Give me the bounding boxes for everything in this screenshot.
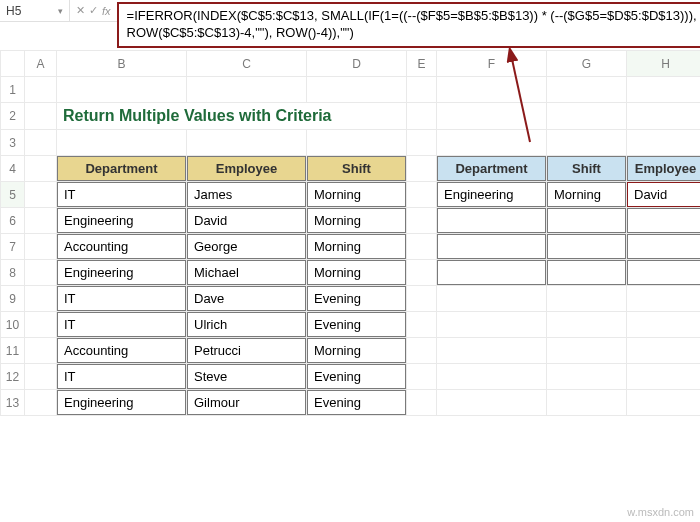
- cell[interactable]: [627, 234, 700, 259]
- row-header[interactable]: 12: [1, 364, 25, 390]
- table1-header: Department: [57, 156, 186, 181]
- row-header[interactable]: 7: [1, 234, 25, 260]
- cell[interactable]: George: [187, 234, 306, 259]
- cell[interactable]: Evening: [307, 364, 406, 389]
- row-header[interactable]: 1: [1, 77, 25, 103]
- cell[interactable]: Accounting: [57, 338, 186, 363]
- row-header[interactable]: 10: [1, 312, 25, 338]
- cell[interactable]: David: [187, 208, 306, 233]
- cell[interactable]: James: [187, 182, 306, 207]
- row-header[interactable]: 6: [1, 208, 25, 234]
- col-header[interactable]: F: [437, 51, 547, 77]
- check-icon[interactable]: ✓: [89, 4, 98, 17]
- col-header[interactable]: C: [187, 51, 307, 77]
- cell[interactable]: Evening: [307, 312, 406, 337]
- name-box-value: H5: [6, 4, 21, 18]
- col-header[interactable]: G: [547, 51, 627, 77]
- cell[interactable]: Engineering: [57, 208, 186, 233]
- cell[interactable]: IT: [57, 182, 186, 207]
- cell[interactable]: [437, 260, 546, 285]
- worksheet[interactable]: A B C D E F G H 1 2 Return Multiple Valu…: [0, 50, 700, 522]
- cell[interactable]: Morning: [307, 234, 406, 259]
- col-header[interactable]: E: [407, 51, 437, 77]
- cell[interactable]: Morning: [547, 182, 626, 207]
- cell[interactable]: Engineering: [57, 390, 186, 415]
- cancel-icon[interactable]: ✕: [76, 4, 85, 17]
- cell[interactable]: Gilmour: [187, 390, 306, 415]
- page-title: Return Multiple Values with Criteria: [57, 103, 406, 129]
- formula-text: =IFERROR(INDEX($C$5:$C$13, SMALL(IF(1=((…: [127, 8, 697, 40]
- formula-bar-row: H5 ▾ ✕ ✓ fx =IFERROR(INDEX($C$5:$C$13, S…: [0, 0, 700, 22]
- formula-controls: ✕ ✓ fx: [70, 4, 117, 17]
- cell[interactable]: Michael: [187, 260, 306, 285]
- cell[interactable]: IT: [57, 312, 186, 337]
- cell[interactable]: IT: [57, 364, 186, 389]
- cell[interactable]: Accounting: [57, 234, 186, 259]
- cell[interactable]: Morning: [307, 260, 406, 285]
- row-header[interactable]: 13: [1, 390, 25, 416]
- cell[interactable]: Engineering: [57, 260, 186, 285]
- cell[interactable]: Morning: [307, 208, 406, 233]
- cell[interactable]: [547, 208, 626, 233]
- chevron-down-icon[interactable]: ▾: [58, 6, 63, 16]
- table1-header: Employee: [187, 156, 306, 181]
- name-box[interactable]: H5 ▾: [0, 0, 70, 21]
- cell[interactable]: [437, 234, 546, 259]
- col-header[interactable]: H: [627, 51, 701, 77]
- row-header[interactable]: 5: [1, 182, 25, 208]
- row-header[interactable]: 8: [1, 260, 25, 286]
- cell[interactable]: [627, 208, 700, 233]
- row-header[interactable]: 4: [1, 156, 25, 182]
- cell[interactable]: Dave: [187, 286, 306, 311]
- cell[interactable]: Ulrich: [187, 312, 306, 337]
- row-header[interactable]: 2: [1, 103, 25, 130]
- cell[interactable]: IT: [57, 286, 186, 311]
- col-header[interactable]: D: [307, 51, 407, 77]
- col-header[interactable]: B: [57, 51, 187, 77]
- cell[interactable]: Steve: [187, 364, 306, 389]
- row-header[interactable]: 11: [1, 338, 25, 364]
- table1-header: Shift: [307, 156, 406, 181]
- watermark: w.msxdn.com: [627, 506, 694, 518]
- cell[interactable]: Evening: [307, 286, 406, 311]
- table2-header: Department: [437, 156, 546, 181]
- col-header[interactable]: A: [25, 51, 57, 77]
- cell[interactable]: Morning: [307, 182, 406, 207]
- cell[interactable]: [437, 208, 546, 233]
- cell[interactable]: Evening: [307, 390, 406, 415]
- cell[interactable]: Engineering: [437, 182, 546, 207]
- cell[interactable]: Petrucci: [187, 338, 306, 363]
- cell[interactable]: Morning: [307, 338, 406, 363]
- select-all[interactable]: [1, 51, 25, 77]
- cell[interactable]: [547, 260, 626, 285]
- cell[interactable]: [627, 260, 700, 285]
- grid: A B C D E F G H 1 2 Return Multiple Valu…: [0, 50, 700, 416]
- cell[interactable]: [547, 234, 626, 259]
- table2-header: Shift: [547, 156, 626, 181]
- fx-icon[interactable]: fx: [102, 5, 111, 17]
- row-header[interactable]: 9: [1, 286, 25, 312]
- formula-bar[interactable]: =IFERROR(INDEX($C$5:$C$13, SMALL(IF(1=((…: [117, 2, 700, 48]
- table2-header: Employee: [627, 156, 700, 181]
- row-header[interactable]: 3: [1, 130, 25, 156]
- selected-cell[interactable]: David: [627, 182, 700, 207]
